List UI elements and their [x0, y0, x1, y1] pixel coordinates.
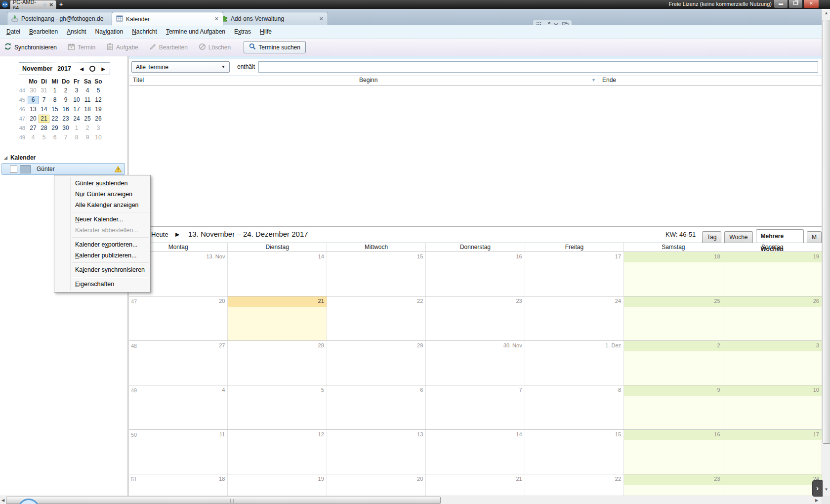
horizontal-scrollbar[interactable]: ◀ ▶	[0, 496, 822, 504]
restore-button[interactable]	[788, 0, 803, 8]
day-cell[interactable]: 15	[327, 252, 426, 296]
minical-day[interactable]: 4	[82, 86, 93, 95]
minical-day[interactable]: 2	[60, 86, 71, 95]
minical-day[interactable]: 6	[28, 96, 39, 104]
minical-day[interactable]: 22	[49, 115, 60, 123]
minical-day[interactable]: 4	[28, 133, 39, 142]
day-cell[interactable]: 18	[624, 252, 723, 296]
context-menu-item-nur-g-nter-anzeigen[interactable]: Nur Günter anzeigen	[54, 189, 150, 200]
menu-navigation[interactable]: Navigation	[90, 26, 127, 37]
day-cell[interactable]: 16	[426, 252, 525, 296]
minical-day[interactable]: 12	[93, 96, 104, 104]
close-button[interactable]: ✕	[803, 0, 819, 8]
next-month-icon[interactable]: ▶	[101, 66, 105, 72]
vertical-scroll-thumb[interactable]	[823, 20, 830, 444]
menu-termine-und-aufgaben[interactable]: Termine und Aufgaben	[162, 26, 230, 37]
day-cell[interactable]: 23	[624, 474, 723, 496]
event-search-input[interactable]	[258, 61, 818, 73]
day-cell[interactable]: 19	[723, 252, 822, 296]
column-header-ende[interactable]: Ende	[602, 76, 616, 85]
minical-day[interactable]: 28	[39, 124, 49, 132]
menu-bearbeiten[interactable]: Bearbeiten	[25, 26, 62, 37]
scroll-down-icon[interactable]: ▼	[822, 487, 830, 492]
day-cell[interactable]: 5118	[129, 474, 228, 496]
close-tab-icon[interactable]: ✕	[214, 16, 219, 22]
minical-day[interactable]: 11	[82, 96, 93, 104]
day-cell[interactable]: 20	[327, 474, 426, 496]
favorite-star-icon[interactable]: ☆	[42, 1, 47, 8]
scroll-up-icon[interactable]: ▲	[822, 11, 830, 15]
day-cell[interactable]: 21	[426, 474, 525, 496]
day-cell[interactable]: 30. Nov	[426, 341, 525, 385]
minimize-button[interactable]: ▬	[774, 0, 788, 8]
day-cell[interactable]: 5	[228, 385, 327, 429]
calendar-section-header[interactable]: ◢ Kalender	[4, 154, 36, 161]
day-cell[interactable]: 14	[426, 430, 525, 474]
minical-day[interactable]: 17	[71, 105, 82, 114]
day-cell[interactable]: 4827	[129, 341, 228, 385]
minical-day[interactable]: 5	[93, 86, 104, 95]
today-circle-icon[interactable]	[89, 66, 95, 72]
minical-day[interactable]: 10	[71, 96, 82, 104]
next-period-icon[interactable]: ▶	[175, 231, 179, 238]
minical-day[interactable]: 21	[39, 115, 49, 123]
menu-datei[interactable]: Datei	[2, 26, 25, 37]
tab-addons[interactable]: Add-ons-Verwaltung ✕	[216, 12, 328, 25]
context-menu-item-kalender-synchronisieren[interactable]: Kalender synchronisieren	[54, 264, 150, 275]
menu-hilfe[interactable]: Hilfe	[255, 26, 276, 37]
minical-day[interactable]: 13	[28, 105, 39, 114]
day-cell[interactable]: 28	[228, 341, 327, 385]
day-cell[interactable]: 14	[228, 252, 327, 296]
view-tab-m[interactable]: M	[807, 231, 822, 243]
day-cell[interactable]: 23	[426, 296, 525, 340]
today-button[interactable]: Heute	[151, 231, 168, 238]
day-cell[interactable]: 6	[327, 385, 426, 429]
new-event-button[interactable]: Termin	[68, 43, 95, 52]
session-tab[interactable]: PC-AMD-64 ☆ ✕	[10, 0, 56, 9]
minical-day[interactable]: 15	[49, 105, 60, 114]
minical-day[interactable]: 3	[93, 124, 104, 132]
minical-day[interactable]: 1	[49, 86, 60, 95]
minical-day[interactable]: 7	[60, 133, 71, 142]
scroll-right-icon[interactable]: ▶	[814, 498, 819, 503]
minical-day[interactable]: 20	[28, 115, 39, 123]
day-cell[interactable]: 10	[723, 385, 822, 429]
day-cell[interactable]: 2	[624, 341, 723, 385]
synchronize-button[interactable]: Synchronisieren	[4, 42, 57, 52]
day-cell[interactable]: 9	[624, 385, 723, 429]
day-cell[interactable]: 24	[723, 474, 822, 496]
menu-extras[interactable]: Extras	[230, 26, 255, 37]
minical-day[interactable]: 18	[82, 105, 93, 114]
context-menu-item-g-nter-ausblenden[interactable]: Günter ausblenden	[54, 178, 150, 189]
minical-day[interactable]: 30	[60, 124, 71, 132]
panel-expand-button[interactable]: ›	[812, 480, 823, 497]
minical-day[interactable]: 10	[93, 133, 104, 142]
new-session-button[interactable]: +	[57, 1, 65, 8]
day-cell[interactable]: 17	[723, 430, 822, 474]
day-cell[interactable]: 3	[723, 341, 822, 385]
view-tab-mehrere-wochen[interactable]: Mehrere Wochen	[756, 229, 804, 243]
minical-day[interactable]: 26	[93, 115, 104, 123]
minical-day[interactable]: 19	[93, 105, 104, 114]
minical-day[interactable]: 5	[39, 133, 49, 142]
minical-day[interactable]: 27	[28, 124, 39, 132]
menu-nachricht[interactable]: Nachricht	[127, 26, 162, 37]
prev-month-icon[interactable]: ◀	[80, 66, 84, 72]
day-cell[interactable]: 21	[228, 296, 327, 340]
day-cell[interactable]: 494	[129, 385, 228, 429]
day-cell[interactable]: 26	[723, 296, 822, 340]
close-tab-icon[interactable]: ✕	[319, 16, 324, 22]
column-header-beginn[interactable]: Beginn	[359, 76, 377, 85]
minical-day[interactable]: 7	[39, 96, 49, 104]
context-menu-item-neuer-kalender[interactable]: Neuer Kalender...	[54, 214, 150, 225]
context-menu-item-alle-kalender-anzeigen[interactable]: Alle Kalender anzeigen	[54, 200, 150, 210]
day-cell[interactable]: 13	[327, 430, 426, 474]
minical-day[interactable]: 8	[71, 133, 82, 142]
minical-day[interactable]: 30	[28, 86, 39, 95]
day-cell[interactable]: 19	[228, 474, 327, 496]
edit-button[interactable]: Bearbeiten	[149, 43, 188, 52]
day-cell[interactable]: 4720	[129, 296, 228, 340]
minical-day[interactable]: 9	[60, 96, 71, 104]
minical-day[interactable]: 14	[39, 105, 49, 114]
day-cell[interactable]: 15	[525, 430, 624, 474]
